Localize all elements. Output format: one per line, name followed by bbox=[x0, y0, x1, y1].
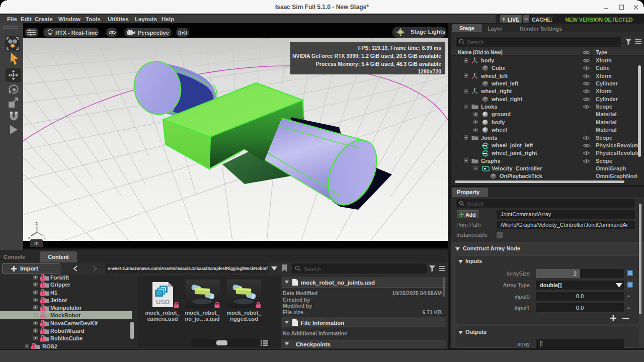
svg-text:USD: USD bbox=[156, 298, 170, 306]
svg-text:Z: Z bbox=[36, 221, 38, 226]
svg-text:Y: Y bbox=[43, 236, 46, 241]
